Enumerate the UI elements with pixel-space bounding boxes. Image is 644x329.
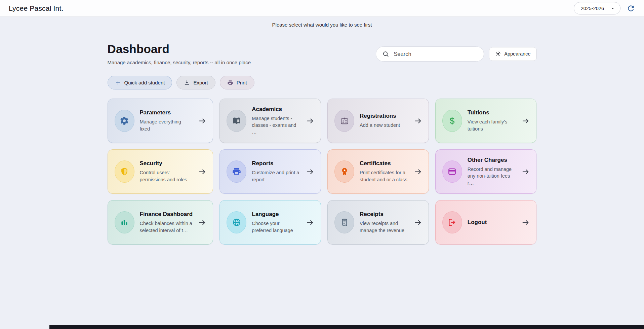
action-button-export[interactable]: Export	[176, 76, 215, 89]
arrow-right-icon	[414, 168, 422, 176]
printer-icon	[232, 167, 241, 176]
action-buttons: Quick add student Export Print	[108, 76, 537, 89]
award-icon	[340, 167, 349, 176]
school-year-value: 2025-2026	[581, 6, 604, 11]
card-icon-circle	[442, 110, 462, 132]
card-text: Certificates Print certificates for a st…	[360, 160, 408, 183]
plus-icon	[115, 80, 121, 86]
arrow-right-icon	[521, 117, 530, 125]
app-title: Lycee Pascal Int.	[9, 4, 64, 12]
card-certificates[interactable]: Certificates Print certificates for a st…	[327, 149, 429, 194]
card-description: Record and manage any non-tuition fees r…	[468, 166, 516, 186]
card-tuitions[interactable]: Tuitions View each family's tuitions	[435, 99, 537, 143]
card-title: Reports	[252, 160, 300, 167]
card-security[interactable]: Security Control users' permissions and …	[108, 149, 213, 194]
arrow-right-icon	[414, 218, 422, 227]
card-text: Tuitions View each family's tuitions	[468, 109, 516, 132]
card-icon-circle	[115, 211, 134, 233]
shield-icon	[120, 167, 129, 176]
card-text: Logout	[468, 219, 516, 226]
caret-down-icon	[610, 6, 615, 11]
arrow-right-icon	[521, 218, 530, 227]
page-title: Dashboard	[108, 42, 251, 56]
arrow-right-icon	[198, 117, 206, 125]
page-header-left: Dashboard Manage academics, finance, sec…	[108, 42, 251, 65]
card-description: Print certificates for a student and or …	[360, 169, 408, 183]
card-title: Academics	[252, 106, 300, 113]
card-icon-circle	[334, 160, 354, 183]
open-book-icon	[232, 116, 241, 125]
arrow-right-icon	[306, 218, 314, 227]
action-button-print[interactable]: Print	[220, 76, 254, 89]
card-icon-circle	[334, 110, 354, 132]
card-finance-dashboard[interactable]: Finance Dashboard Check balances within …	[108, 200, 213, 245]
globe-icon	[232, 218, 241, 227]
arrow-right-icon	[414, 117, 422, 125]
credit-card-icon	[447, 167, 457, 176]
gear-icon	[120, 116, 129, 125]
card-parameters[interactable]: Parameters Manage everything fixed	[108, 99, 213, 143]
receipt-icon	[340, 218, 349, 227]
card-text: Security Control users' permissions and …	[140, 160, 193, 183]
card-icon-circle	[227, 160, 246, 183]
card-description: View each family's tuitions	[468, 118, 516, 132]
sun-icon	[495, 51, 501, 57]
search-box[interactable]	[376, 46, 484, 62]
card-title: Logout	[468, 219, 516, 226]
search-icon	[382, 50, 389, 58]
card-text: Academics Manage students - classes - ex…	[252, 106, 300, 136]
id-card-icon	[340, 116, 349, 125]
card-title: Certificates	[360, 160, 408, 167]
card-title: Registrations	[360, 113, 408, 119]
card-description: View receipts and manage the revenue	[360, 220, 408, 234]
card-text: Receipts View receipts and manage the re…	[360, 211, 408, 234]
card-reports[interactable]: Reports Customize and print a report	[219, 149, 321, 194]
school-year-select[interactable]: 2025-2026	[574, 2, 620, 14]
card-text: Finance Dashboard Check balances within …	[140, 211, 193, 234]
card-icon-circle	[442, 160, 462, 183]
card-icon-circle	[115, 160, 134, 183]
card-description: Manage everything fixed	[140, 118, 193, 132]
action-button-quick-add-student[interactable]: Quick add student	[108, 76, 172, 89]
card-title: Security	[140, 160, 193, 167]
card-academics[interactable]: Academics Manage students - classes - ex…	[219, 99, 321, 143]
card-title: Finance Dashboard	[140, 211, 193, 218]
download-icon	[184, 80, 190, 86]
page-header-right: Appearance	[376, 46, 536, 62]
printer-icon	[227, 80, 233, 86]
page-header: Dashboard Manage academics, finance, sec…	[108, 42, 537, 65]
card-description: Manage students - classes - exams and …	[252, 115, 300, 136]
card-title: Language	[252, 211, 300, 218]
card-logout[interactable]: Logout	[435, 200, 537, 245]
card-icon-circle	[227, 211, 246, 233]
card-title: Other Charges	[468, 157, 516, 163]
card-registrations[interactable]: Registrations Add a new student	[327, 99, 429, 143]
card-receipts[interactable]: Receipts View receipts and manage the re…	[327, 200, 429, 245]
card-title: Tuitions	[468, 109, 516, 116]
refresh-button[interactable]	[627, 4, 635, 13]
card-description: Control users' permissions and roles	[140, 169, 193, 183]
card-description: Check balances within a selected interva…	[140, 220, 193, 234]
card-description: Customize and print a report	[252, 169, 300, 183]
topbar-right: 2025-2026	[574, 2, 635, 14]
arrow-right-icon	[306, 117, 314, 125]
card-language[interactable]: Language Choose your preferred language	[219, 200, 321, 245]
card-text: Other Charges Record and manage any non-…	[468, 157, 516, 186]
arrow-right-icon	[198, 168, 206, 176]
search-input[interactable]	[394, 51, 478, 57]
appearance-button[interactable]: Appearance	[489, 47, 536, 61]
card-text: Parameters Manage everything fixed	[140, 109, 193, 132]
card-icon-circle	[227, 110, 246, 132]
card-title: Receipts	[360, 211, 408, 218]
arrow-right-icon	[198, 218, 206, 227]
dashboard-container: Dashboard Manage academics, finance, sec…	[108, 42, 537, 245]
card-text: Registrations Add a new student	[360, 113, 408, 129]
bottom-bar	[49, 325, 644, 329]
card-text: Reports Customize and print a report	[252, 160, 300, 183]
topbar: Lycee Pascal Int. 2025-2026	[0, 0, 644, 16]
card-text: Language Choose your preferred language	[252, 211, 300, 234]
card-other-charges[interactable]: Other Charges Record and manage any non-…	[435, 149, 537, 194]
bar-chart-icon	[120, 218, 129, 227]
arrow-right-icon	[521, 168, 530, 176]
card-description: Add a new student	[360, 122, 408, 129]
